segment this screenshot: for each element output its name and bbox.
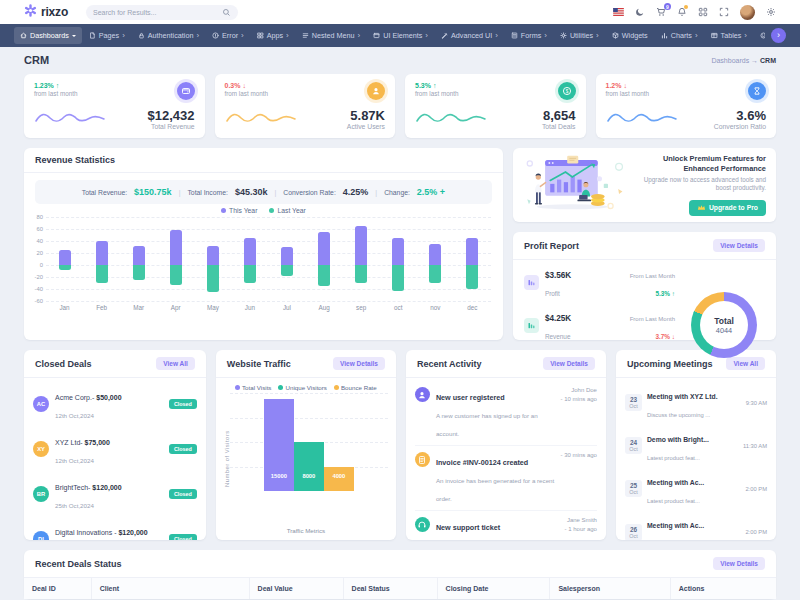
column-header-salesperson[interactable]: Salesperson [550, 578, 670, 599]
upcoming-meetings-card: Upcoming Meetings View All 23Oct Meeting… [616, 350, 776, 540]
nav-item-widgets[interactable]: Widgets [606, 27, 654, 44]
stat-card-conversion-ratio: 1.2% ↓ from last month 3.6% Conversion R… [596, 74, 777, 138]
nav-items: DashboardsPages›Authentication›Error›App… [14, 27, 765, 44]
cart-icon[interactable]: 9 [656, 7, 666, 17]
bar-group-aug [306, 217, 343, 301]
website-traffic-card: Website Traffic View Details Total Visit… [216, 350, 396, 540]
column-header-deal-id[interactable]: Deal ID [24, 578, 92, 599]
nav-item-dashboards[interactable]: Dashboards [14, 27, 82, 44]
recent-deals-status-card: Recent Deals Status View Details Deal ID… [24, 550, 776, 599]
nav-scroll-next-button[interactable]: › [771, 28, 786, 43]
stat-label: Conversion Ratio [714, 123, 766, 130]
bar-group-feb [83, 217, 120, 301]
settings-gear-icon[interactable] [766, 7, 776, 17]
legend-item-total-visits[interactable]: Total Visits [235, 384, 271, 391]
deal-name: Digital Innovations - $120,000 [55, 529, 148, 536]
closed-deals-view-all-button[interactable]: View All [156, 357, 195, 370]
column-header-deal-status[interactable]: Deal Status [344, 578, 438, 599]
stat-label: Total Revenue [148, 123, 195, 130]
meeting-date-chip: 25Oct [625, 480, 642, 497]
stat-card-active-users: 0.3% ↓ from last month 5.87K Active User… [215, 74, 396, 138]
column-header-closing-date[interactable]: Closing Date [438, 578, 551, 599]
upgrade-to-pro-button[interactable]: Upgrade to Pro [689, 200, 766, 216]
profit-meta: From Last Month [630, 316, 675, 322]
deal-avatar: AC [33, 396, 49, 412]
notifications-bell-icon[interactable] [677, 7, 687, 17]
dark-mode-moon-icon[interactable] [635, 7, 645, 17]
bar-last-year [429, 265, 441, 283]
bar-last-year [207, 265, 219, 292]
legend-label: Last Year [277, 207, 305, 214]
nav-item-icons[interactable]: Icons [754, 27, 765, 44]
revenue-stat-label: Change: [384, 189, 410, 196]
search-input[interactable] [93, 9, 222, 16]
legend-item-this-year[interactable]: This Year [221, 207, 257, 214]
divider: | [274, 189, 276, 196]
apps-grid-icon[interactable] [698, 7, 708, 17]
lock-icon [138, 32, 145, 39]
language-flag-icon[interactable] [613, 8, 624, 16]
search-box[interactable] [86, 5, 238, 20]
nav-item-ui-elements[interactable]: UI Elements› [367, 27, 434, 44]
x-tick-label: Feb [83, 304, 120, 311]
nav-item-label: Utilities [570, 31, 593, 40]
column-header-client[interactable]: Client [92, 578, 250, 599]
traffic-view-details-button[interactable]: View Details [333, 357, 385, 370]
nav-item-nested-menu[interactable]: Nested Menu› [296, 27, 366, 44]
deal-date: 12th Oct,2024 [55, 457, 94, 464]
meeting-desc: Latest product feat... [647, 498, 700, 504]
y-tick-label: 80 [37, 214, 43, 220]
stat-card-total-deals: 5.3% ↑ from last month $ 8,654 Total Dea… [405, 74, 586, 138]
revenue-statistics-card: Revenue Statistics Total Revenue:$150.75… [24, 148, 503, 340]
legend-item-unique-visitors[interactable]: Unique Visitors [278, 384, 327, 391]
activity-title: New user registered [436, 393, 505, 402]
nav-item-pages[interactable]: Pages› [83, 27, 131, 44]
nav-item-error[interactable]: Error› [206, 27, 250, 44]
legend-item-last-year[interactable]: Last Year [269, 207, 305, 214]
breadcrumb-arrow-icon: → [751, 57, 758, 64]
legend-item-bounce-rate[interactable]: Bounce Rate [334, 384, 377, 391]
mini-chart-icon [524, 275, 539, 290]
column-header-deal-value[interactable]: Deal Value [250, 578, 344, 599]
svg-text:$: $ [565, 89, 568, 94]
deals-icon: $ [558, 82, 576, 100]
nav-item-forms[interactable]: Forms› [505, 27, 553, 44]
nav-item-label: Pages [99, 31, 119, 40]
nav-item-label: Apps [267, 31, 283, 40]
meeting-date-chip: 24Oct [625, 437, 642, 454]
nav-item-label: UI Elements [383, 31, 422, 40]
stat-note: from last month [34, 90, 106, 97]
legend-label: This Year [229, 207, 257, 214]
nav-item-advanced-ui[interactable]: Advanced UI› [435, 27, 504, 44]
nav-item-charts[interactable]: Charts› [655, 27, 704, 44]
x-tick-label: oct [380, 304, 417, 311]
breadcrumb-parent[interactable]: Dashboards [711, 57, 749, 64]
meeting-title: Meeting with Ac... [647, 479, 704, 486]
nav-item-apps[interactable]: Apps› [251, 27, 295, 44]
nav-item-utilities[interactable]: Utilities› [554, 27, 605, 44]
brand-logo-icon [24, 3, 37, 21]
deals-view-details-button[interactable]: View Details [713, 557, 765, 570]
fullscreen-icon[interactable] [719, 7, 729, 17]
profit-view-details-button[interactable]: View Details [713, 239, 765, 252]
brand-logo[interactable]: rixzo [24, 3, 68, 21]
recent-deals-title: Recent Deals Status [35, 559, 122, 569]
chevron-down-icon [72, 35, 76, 39]
column-header-actions[interactable]: Actions [671, 578, 776, 599]
deal-name: Acme Corp.- $50,000 [55, 394, 122, 401]
nav-item-authentication[interactable]: Authentication› [132, 27, 205, 44]
meeting-title: Meeting with XYZ Ltd. [647, 393, 718, 400]
bar-last-year [392, 265, 404, 291]
nav-item-tables[interactable]: Tables› [705, 27, 753, 44]
meetings-view-all-button[interactable]: View All [726, 357, 765, 370]
revenue-stat-label: Total Revenue: [82, 189, 127, 196]
deal-row-xy: XY XYZ Ltd- $75,00012th Oct,2024 Closed [33, 426, 197, 471]
user-avatar[interactable] [740, 5, 755, 20]
meeting-time: 9:30 AM [746, 400, 767, 406]
breadcrumb: Dashboards → CRM [711, 57, 776, 64]
activity-view-details-button[interactable]: View Details [543, 357, 595, 370]
bar-group-nov [417, 217, 454, 301]
deal-amount: $120,000 [92, 484, 121, 491]
y-tick-label: 0 [40, 262, 43, 268]
user-icon [367, 82, 385, 100]
